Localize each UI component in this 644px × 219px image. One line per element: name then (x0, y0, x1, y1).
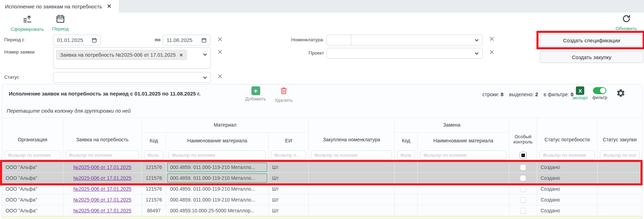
material-cell[interactable]: 000.4859. 011.000-119-210 Металло... (166, 184, 269, 194)
purchased-cell[interactable] (309, 184, 395, 194)
material-cell[interactable]: 000.4859. 011.000-119-210 Металло... (166, 195, 269, 205)
replacement-code-cell[interactable] (395, 184, 418, 194)
row-checkbox[interactable] (520, 175, 526, 181)
status-purchase-cell[interactable] (598, 205, 642, 216)
unit-cell[interactable]: Шт (269, 162, 309, 172)
col-header-status-need[interactable]: Статус потребности (537, 118, 598, 149)
col-header-material-name[interactable]: Наименование материала (166, 133, 269, 149)
nomenclature-code-value[interactable] (330, 37, 347, 43)
clear-period-icon[interactable]: ✕ (217, 36, 223, 43)
filter-toggle[interactable]: фильтр (592, 87, 607, 100)
col-header-status-purchase[interactable]: Статус закупки (598, 118, 642, 149)
row-checkbox[interactable] (520, 197, 526, 203)
replacement-material-cell[interactable] (418, 205, 509, 216)
status-purchase-cell[interactable] (598, 162, 642, 172)
purchased-cell[interactable] (309, 162, 395, 172)
organization-cell[interactable]: ООО "Альфа" (2, 184, 63, 194)
col-header-replacement-code[interactable]: Код (395, 133, 418, 149)
request-cell[interactable]: №2025-006 от 17.01.2025 (63, 205, 142, 216)
material-name[interactable]: 000.4859. 011.000-119-210 Металло... (167, 163, 267, 172)
row-checkbox[interactable] (520, 164, 526, 170)
column-filter-input[interactable] (66, 150, 139, 160)
row-checkbox[interactable] (520, 208, 526, 214)
col-header-code[interactable]: Код (142, 133, 166, 149)
chevron-down-icon[interactable] (203, 52, 207, 57)
clear-request-icon[interactable]: ✕ (217, 49, 223, 55)
status-need-cell[interactable]: Создано (537, 173, 598, 183)
request-chip[interactable]: Заявка на потребность №2025-006 от 17.01… (56, 50, 187, 60)
column-filter-input[interactable] (311, 150, 392, 160)
column-filter-input[interactable] (169, 150, 266, 160)
tab-active[interactable]: Исполнение по заявкам на потребность ✕ (0, 0, 119, 13)
request-number-select[interactable]: Заявка на потребность №2025-006 от 17.01… (53, 47, 211, 69)
table-row[interactable]: ООО "Альфа" №2025-006 от 17.01.2025 1215… (2, 184, 642, 195)
purchased-cell[interactable] (309, 173, 395, 183)
request-link[interactable]: №2025-006 от 17.01.2025 (73, 186, 131, 192)
create-spec-button[interactable]: Создать спецификации (540, 34, 643, 47)
request-cell[interactable]: №2025-006 от 17.01.2025 (63, 173, 142, 183)
status-select[interactable] (53, 72, 211, 83)
project-select[interactable] (327, 48, 483, 59)
status-need-cell[interactable]: Создано (537, 184, 598, 194)
period-from-input[interactable] (53, 35, 101, 45)
material-name[interactable]: 000.4859. 011.000-119-210 Металло... (167, 195, 267, 204)
group-header-material[interactable]: Материал (142, 118, 309, 133)
export-excel-button[interactable]: X экспорт (572, 86, 588, 100)
request-link[interactable]: №2025-006 от 17.01.2025 (73, 164, 131, 170)
col-header-request[interactable]: Заявка на потребность (63, 118, 142, 149)
column-filter-input[interactable] (600, 150, 639, 160)
material-cell[interactable]: 000.4859.10.000-25-5000 Металлор... (166, 205, 269, 216)
groupby-hint[interactable]: Перетащите сюда колонку для группировки … (2, 104, 642, 118)
add-row-button[interactable]: + Добавить (242, 86, 269, 101)
organization-cell[interactable]: ООО "Альфа" (2, 173, 63, 183)
table-row[interactable]: ООО "Альфа" №2025-006 от 17.01.2025 1215… (2, 162, 642, 173)
col-header-special-control[interactable]: Особый контроль (509, 118, 537, 149)
unit-cell[interactable]: Шт (269, 173, 309, 183)
chevron-down-icon[interactable] (474, 51, 479, 56)
chip-remove-icon[interactable]: ✕ (179, 52, 183, 58)
request-link[interactable]: №2025-006 от 17.01.2025 (73, 175, 131, 181)
request-link[interactable]: №2025-006 от 17.01.2025 (73, 197, 131, 203)
col-header-organization[interactable]: Организация (2, 118, 63, 149)
nomenclature-select[interactable] (351, 35, 483, 45)
status-need-cell[interactable]: Создано (537, 205, 598, 216)
group-header-replacement[interactable]: Замена (395, 118, 509, 133)
settings-button[interactable] (616, 89, 625, 98)
tab-close-icon[interactable]: ✕ (107, 3, 111, 9)
status-need-cell[interactable]: Создано (537, 162, 598, 172)
material-name[interactable]: 000.4859. 011.000-119-210 Металло... (167, 184, 267, 193)
replacement-material-cell[interactable] (418, 162, 509, 172)
purchased-cell[interactable] (309, 195, 395, 205)
code-cell[interactable]: 121576 (142, 184, 166, 194)
clear-nomenclature-icon[interactable]: ✕ (489, 36, 495, 42)
clear-project-icon[interactable]: ✕ (489, 49, 495, 56)
material-cell[interactable]: 000.4859. 011.000-119-210 Металло... (166, 173, 269, 183)
row-checkbox[interactable] (520, 186, 526, 192)
period-from-value[interactable] (57, 37, 92, 43)
table-row[interactable]: ООО "Альфа" №2025-006 от 17.01.2025 1215… (2, 195, 642, 205)
status-purchase-cell[interactable] (598, 184, 642, 194)
column-filter-input[interactable] (540, 150, 595, 160)
chevron-down-icon[interactable] (474, 38, 479, 43)
calendar-icon[interactable] (201, 37, 207, 43)
special-control-filter-checkbox[interactable] (520, 152, 527, 159)
column-filter-input[interactable] (397, 150, 415, 160)
column-filter-input[interactable] (144, 150, 163, 160)
status-purchase-cell[interactable] (598, 195, 642, 205)
code-cell[interactable]: 88497 (142, 205, 166, 216)
replacement-material-cell[interactable] (418, 195, 509, 205)
col-header-replacement-material[interactable]: Наименование материала (418, 133, 509, 149)
replacement-code-cell[interactable] (395, 195, 418, 205)
delete-row-button[interactable]: Удалить (270, 86, 297, 103)
nomenclature-code-input[interactable] (327, 35, 351, 45)
organization-cell[interactable]: ООО "Альфа" (2, 205, 63, 216)
unit-cell[interactable]: Шт (269, 184, 309, 194)
col-header-purchased[interactable]: Закуплена номенклатура (309, 118, 395, 149)
material-cell[interactable]: 000.4859. 011.000-119-210 Металло... (166, 162, 269, 172)
code-cell[interactable]: 121576 (142, 173, 166, 183)
table-row[interactable]: ООО "Альфа" №2025-006 от 17.01.2025 1215… (2, 173, 642, 184)
code-cell[interactable]: 121576 (142, 162, 166, 172)
toggle-on-icon[interactable] (593, 87, 606, 94)
unit-cell[interactable]: Шт (269, 205, 309, 216)
column-filter-input[interactable] (5, 150, 60, 160)
